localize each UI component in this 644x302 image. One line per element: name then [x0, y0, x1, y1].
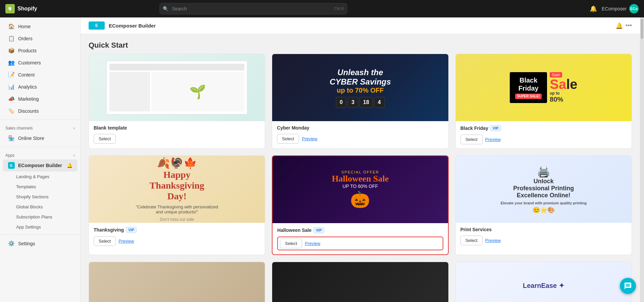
preview-button-cyber[interactable]: Preview	[302, 134, 317, 143]
sidebar-sub-item-app-settings[interactable]: App Settings	[3, 222, 78, 232]
content-area: E EComposer Builder 🔔 ••• Quick Start	[81, 17, 640, 302]
countdown-boxes: 0 3 18 4	[330, 97, 391, 108]
print-content: 🖨️ UnlockProfessional PrintingExcellence…	[494, 158, 593, 220]
header-bell-button[interactable]: 🔔	[615, 22, 623, 30]
sidebar-item-discounts[interactable]: 🏷️ Discounts	[3, 105, 78, 117]
chevron-right-icon: ›	[73, 126, 75, 131]
analytics-icon: 📊	[8, 84, 15, 90]
template-actions-halloween: Select Preview	[277, 237, 443, 250]
scroll-indicator[interactable]	[640, 17, 644, 302]
sidebar-sub-item-global-blocks[interactable]: Global Blocks	[3, 202, 78, 212]
template-actions-blank: Select	[94, 134, 260, 144]
sub-item-label: Global Blocks	[16, 204, 43, 209]
select-button-thanksgiving[interactable]: Select	[94, 236, 116, 246]
bf-content: Black Friday SUPER SALE! Sale! Sale up t…	[456, 54, 632, 121]
bf-super-badge: SUPER SALE!	[515, 94, 542, 99]
sidebar-item-analytics[interactable]: 📊 Analytics	[3, 81, 78, 93]
top-navigation: Shopify 🔍 Ctrl K 🔔 EComposer ECo	[0, 0, 644, 17]
sidebar-item-label: EComposer Builder	[18, 163, 62, 168]
sidebar-item-content[interactable]: 📝 Content	[3, 69, 78, 81]
sub-item-label: Shopify Sections	[16, 194, 49, 199]
sidebar-item-label: Customers	[18, 60, 41, 65]
template-actions-print: Select Preview	[460, 236, 627, 245]
content-header: E EComposer Builder 🔔 •••	[81, 17, 640, 34]
select-button-blackfriday[interactable]: Select	[460, 135, 483, 144]
shopify-bag-icon	[5, 4, 15, 13]
user-avatar: ECo	[629, 4, 639, 13]
sidebar-sub-item-subscription-plans[interactable]: Subscription Plans	[3, 212, 78, 222]
products-icon: 📦	[8, 47, 15, 54]
template-image-bottom1	[89, 262, 265, 302]
preview-button-halloween[interactable]: Preview	[305, 239, 320, 248]
mockup-content: 🌱	[109, 72, 244, 111]
countdown-box-3: 3	[348, 97, 358, 108]
thanksgiving-sub-text: "Celebrate Thanksgiving with personalize…	[136, 204, 218, 214]
sidebar-item-customers[interactable]: 👥 Customers	[3, 57, 78, 68]
countdown-box-0: 0	[336, 97, 346, 108]
template-card-halloween: SPECIAL OFFER Halloween Sale UP TO 60% O…	[272, 155, 448, 255]
template-name-blackfriday: Black Friday VIP	[460, 125, 627, 131]
sidebar-sub-item-templates[interactable]: Templates	[3, 182, 78, 192]
chat-icon	[624, 282, 632, 290]
learnease-label: LearnEase ✦	[523, 282, 564, 290]
chat-button[interactable]	[620, 278, 636, 294]
sidebar-sub-item-shopify-sections[interactable]: Shopify Sections	[3, 192, 78, 202]
template-name-halloween: Halloween Sale VIP	[277, 227, 443, 233]
search-input[interactable]	[159, 3, 347, 14]
notification-bell-button[interactable]: 🔔	[588, 4, 598, 14]
nav-right: 🔔 EComposer ECo	[588, 4, 639, 14]
sidebar-sub-item-landing-pages[interactable]: Landing & Pages	[3, 172, 78, 182]
halloween-special-offer: SPECIAL OFFER	[332, 170, 389, 174]
template-actions-cyber: Select Preview	[277, 134, 443, 144]
sidebar-item-products[interactable]: 📦 Products	[3, 45, 78, 56]
apps-section[interactable]: Apps ›	[0, 150, 80, 159]
bf-tag: Black Friday SUPER SALE!	[510, 72, 547, 103]
sidebar-item-settings[interactable]: ⚙️ Settings	[3, 238, 78, 249]
shopify-logo[interactable]: Shopify	[5, 4, 37, 13]
template-card-bottom2	[272, 262, 448, 302]
pumpkin-icon: 🎃	[332, 190, 389, 209]
user-menu[interactable]: EComposer ECo	[602, 4, 639, 13]
content-icon: 📝	[8, 71, 15, 78]
discounts-icon: 🏷️	[8, 108, 15, 114]
sidebar-item-home[interactable]: 🏠 Home	[3, 20, 78, 32]
select-button-print[interactable]: Select	[460, 236, 483, 245]
sidebar-item-online-store[interactable]: 🏪 Online Store	[3, 132, 78, 144]
template-card-learnease: LearnEase ✦	[455, 262, 632, 302]
preview-button-print[interactable]: Preview	[485, 236, 501, 245]
template-card-black-friday: Black Friday SUPER SALE! Sale! Sale up t…	[455, 54, 632, 149]
sidebar-item-marketing[interactable]: 📣 Marketing	[3, 93, 78, 105]
select-button-cyber[interactable]: Select	[277, 134, 299, 144]
sidebar-item-label: Marketing	[18, 96, 39, 102]
sub-item-label: App Settings	[16, 224, 41, 230]
halloween-title-text: Halloween Sale	[332, 174, 389, 184]
page-title-area: Quick Start	[81, 34, 640, 54]
sidebar-item-ecomposer[interactable]: E EComposer Builder 🔔	[3, 159, 78, 171]
divider2	[0, 147, 80, 147]
select-button-blank[interactable]: Select	[94, 134, 116, 144]
print-title: UnlockProfessional PrintingExcellence On…	[501, 178, 587, 199]
template-actions-blackfriday: Select Preview	[460, 135, 627, 144]
discount-pct: Sale	[550, 78, 577, 91]
preview-button-blackfriday[interactable]: Preview	[485, 135, 501, 144]
template-card-blank: 🌱 Blank template Select	[89, 54, 265, 149]
sales-channels-section[interactable]: Sales channels ›	[0, 122, 80, 132]
marketing-icon: 📣	[8, 96, 15, 102]
sidebar-item-label: Analytics	[18, 84, 37, 90]
template-card-print-services: 🖨️ UnlockProfessional PrintingExcellence…	[455, 155, 632, 255]
header-more-button[interactable]: •••	[626, 22, 632, 29]
sidebar-item-label: Content	[18, 72, 35, 78]
template-card-body-cyber: Cyber Monday Select Preview	[272, 121, 448, 148]
select-button-halloween[interactable]: Select	[280, 239, 302, 248]
mockup-sidebar	[109, 72, 150, 111]
preview-button-thanksgiving[interactable]: Preview	[118, 237, 134, 246]
template-name-text: Print Services	[460, 227, 492, 232]
print-sub: Elevate your brand with premium quality …	[501, 201, 587, 205]
ecomposer-header-logo: E	[89, 21, 105, 30]
plant-icon: 🌱	[189, 84, 206, 100]
thanksgiving-content: 🍂🦃🍁 HappyThanksgivingDay! "Celebrate Tha…	[129, 156, 225, 223]
apps-label: Apps	[5, 153, 14, 158]
sidebar-item-orders[interactable]: 📋 Orders	[3, 33, 78, 44]
template-card-cyber-monday: Unleash theCYBER Savings up to 70% OFF 0…	[272, 54, 448, 149]
home-icon: 🏠	[8, 23, 15, 30]
